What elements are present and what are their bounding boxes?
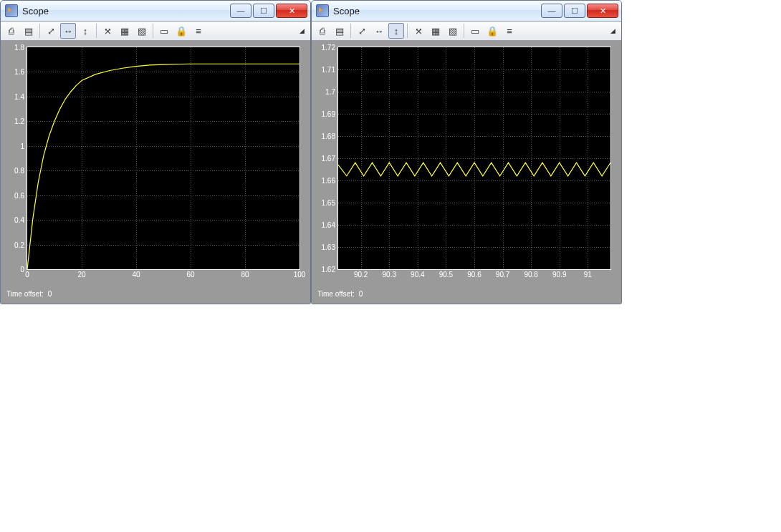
x-tick-label: 100 [294, 271, 306, 279]
x-tick-label: 20 [77, 271, 85, 279]
save-axes-icon[interactable]: ▦ [428, 23, 444, 39]
x-tick-label: 91 [584, 271, 592, 279]
toolbar: ⎙▤⤢↔↕⤧▦▧▭🔒≡◢ [312, 21, 621, 41]
autoscale-icon[interactable]: ⤧ [100, 23, 115, 39]
x-tick-label: 90.3 [383, 271, 396, 279]
signal-select-icon[interactable]: ≡ [191, 23, 206, 39]
y-tick-label: 1.63 [322, 243, 335, 251]
y-tick-label: 0.6 [14, 191, 24, 199]
x-tick-label: 0 [25, 271, 29, 279]
maximize-button[interactable]: ☐ [564, 4, 585, 18]
y-tick-label: 1.6 [14, 68, 24, 76]
status-value: 0 [359, 290, 363, 298]
titlebar[interactable]: Scope—☐✕ [312, 1, 621, 21]
toolbar-separator [350, 24, 351, 38]
x-tick-label: 90.7 [496, 271, 509, 279]
toolbar-separator [39, 24, 40, 38]
axes[interactable]: 1.621.631.641.651.661.671.681.691.71.711… [337, 47, 611, 270]
close-button[interactable]: ✕ [587, 4, 618, 18]
x-tick-label: 90.8 [524, 271, 537, 279]
y-tick-label: 1 [20, 142, 24, 150]
float-icon[interactable]: ▭ [467, 23, 483, 39]
signal-trace [338, 47, 610, 269]
status-bar: Time offset:0 [312, 287, 621, 304]
print-icon[interactable]: ⎙ [4, 23, 19, 39]
zoom-x-icon[interactable]: ↔ [371, 23, 387, 39]
restore-axes-icon[interactable]: ▧ [445, 23, 461, 39]
scope-window: Scope—☐✕⎙▤⤢↔↕⤧▦▧▭🔒≡◢1.621.631.641.651.66… [311, 0, 622, 304]
y-tick-label: 1.2 [14, 117, 24, 125]
y-tick-label: 1.69 [322, 110, 335, 118]
y-tick-label: 1.72 [322, 44, 335, 52]
x-tick-label: 60 [186, 271, 194, 279]
x-tick-label: 90.5 [439, 271, 453, 279]
y-tick-label: 1.66 [322, 177, 335, 185]
float-icon[interactable]: ▭ [156, 23, 172, 39]
toolbar-overflow-icon[interactable]: ◢ [608, 27, 618, 34]
print-icon[interactable]: ⎙ [315, 23, 330, 39]
y-tick-label: 1.8 [14, 44, 24, 52]
toolbar-overflow-icon[interactable]: ◢ [297, 27, 307, 34]
minimize-button[interactable]: — [230, 4, 251, 18]
toolbar-separator [464, 24, 464, 38]
plot-area: 00.20.40.60.811.21.41.61.8020406080100 [1, 41, 310, 287]
status-label: Time offset: [6, 290, 44, 298]
axes[interactable]: 00.20.40.60.811.21.41.61.8020406080100 [27, 47, 300, 270]
minimize-button[interactable]: — [541, 4, 562, 18]
close-button[interactable]: ✕ [276, 4, 307, 18]
y-tick-label: 1.65 [322, 199, 335, 207]
lock-icon[interactable]: 🔒 [173, 23, 189, 39]
status-label: Time offset: [317, 290, 355, 298]
zoom-in-icon[interactable]: ⤢ [354, 23, 370, 39]
params-icon[interactable]: ▤ [21, 23, 37, 39]
zoom-in-icon[interactable]: ⤢ [43, 23, 59, 39]
titlebar[interactable]: Scope—☐✕ [1, 1, 310, 21]
y-tick-label: 1.62 [322, 266, 335, 274]
y-tick-label: 1.71 [322, 66, 335, 74]
x-tick-label: 40 [132, 271, 140, 279]
signal-select-icon[interactable]: ≡ [502, 23, 517, 39]
toolbar-separator [153, 24, 153, 38]
zoom-y-icon[interactable]: ↕ [388, 23, 404, 39]
y-tick-label: 0 [20, 266, 24, 274]
signal-trace [27, 47, 300, 269]
app-icon [5, 4, 18, 17]
restore-axes-icon[interactable]: ▧ [134, 23, 150, 39]
save-axes-icon[interactable]: ▦ [117, 23, 133, 39]
x-tick-label: 90.4 [411, 271, 424, 279]
maximize-button[interactable]: ☐ [253, 4, 274, 18]
status-value: 0 [48, 290, 52, 298]
x-tick-label: 90.2 [354, 271, 368, 279]
plot-area: 1.621.631.641.651.661.671.681.691.71.711… [312, 41, 621, 287]
y-tick-label: 1.7 [325, 88, 335, 96]
toolbar: ⎙▤⤢↔↕⤧▦▧▭🔒≡◢ [1, 21, 310, 41]
y-tick-label: 1.67 [322, 155, 335, 163]
window-title: Scope [22, 6, 229, 16]
lock-icon[interactable]: 🔒 [484, 23, 500, 39]
autoscale-icon[interactable]: ⤧ [411, 23, 426, 39]
x-tick-label: 80 [241, 271, 249, 279]
zoom-y-icon[interactable]: ↕ [77, 23, 93, 39]
x-tick-label: 90.6 [467, 271, 481, 279]
y-tick-label: 1.4 [14, 92, 24, 100]
scope-window: Scope—☐✕⎙▤⤢↔↕⤧▦▧▭🔒≡◢00.20.40.60.811.21.4… [0, 0, 311, 304]
status-bar: Time offset:0 [1, 287, 310, 304]
y-tick-label: 0.2 [14, 241, 24, 248]
y-tick-label: 0.4 [14, 216, 24, 224]
y-tick-label: 0.8 [14, 167, 24, 175]
toolbar-separator [407, 24, 408, 38]
window-title: Scope [333, 6, 540, 16]
params-icon[interactable]: ▤ [332, 23, 348, 39]
y-tick-label: 1.64 [322, 221, 335, 229]
y-tick-label: 1.68 [322, 132, 335, 140]
toolbar-separator [96, 24, 97, 38]
app-icon [316, 4, 329, 17]
x-tick-label: 90.9 [552, 271, 566, 279]
zoom-x-icon[interactable]: ↔ [60, 23, 76, 39]
